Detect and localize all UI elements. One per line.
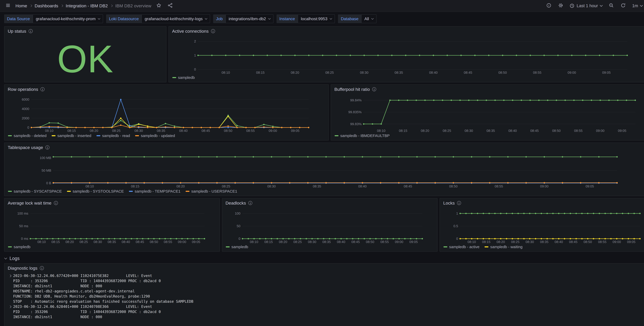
svg-text:08:30: 08:30: [308, 240, 316, 244]
info-icon[interactable]: [28, 29, 33, 33]
log-row[interactable]: FUNCTION: DB2 UDB, Health Monitor, db2Hm…: [7, 294, 644, 299]
filter-value-instance[interactable]: localhost:9953: [298, 14, 335, 23]
insights-button[interactable]: [545, 2, 553, 10]
expand-caret-icon[interactable]: [7, 306, 13, 308]
row-operations-chart[interactable]: 020004000600008:1008:1508:2008:2508:3008…: [4, 94, 328, 134]
legend-item[interactable]: sampledb - USERSPACE1: [186, 189, 237, 193]
chart-area: 0 ms50 ms100 ms08:1008:1508:2008:2508:30…: [4, 208, 220, 245]
zoom-out-time-button[interactable]: [608, 2, 615, 10]
legend-item[interactable]: sampledb: [8, 245, 30, 249]
chevron-down-icon: [330, 17, 332, 20]
legend-label: sampledb - TEMPSPACE1: [134, 189, 180, 193]
log-rows: 2023-06-30-12.24.06.677420+000 I10241075…: [4, 273, 644, 326]
log-row[interactable]: INSTANCE: db2inst1 NODE : 000: [7, 315, 644, 320]
legend-swatch-icon: [8, 135, 12, 136]
time-range-picker[interactable]: Last 1 hour: [569, 2, 603, 10]
panel-title[interactable]: Tablespace usage: [8, 145, 43, 150]
log-row[interactable]: STOP : Automatic reorg evaluation has fi…: [7, 299, 644, 304]
panel-title[interactable]: Bufferpool hit ratio: [334, 87, 370, 92]
chart-area: 020004000600008:1008:1508:2008:2508:3008…: [4, 94, 328, 134]
svg-text:08:55: 08:55: [495, 184, 503, 188]
log-row[interactable]: 2023-06-30-12.24.06.677420+000 I10241075…: [7, 273, 644, 278]
filter-value-job[interactable]: integrations/ibm-db2: [226, 14, 274, 23]
chevron-down-icon: [268, 17, 271, 20]
svg-text:08:20: 08:20: [421, 129, 429, 133]
legend-item[interactable]: sampledb - waiting: [484, 245, 522, 249]
panel-title[interactable]: Diagnostic logs: [8, 266, 38, 271]
svg-text:08:55: 08:55: [598, 240, 606, 244]
panel-title[interactable]: Deadlocks: [226, 200, 246, 206]
legend-item[interactable]: sampledb - IBMDEFAULTBP: [334, 134, 390, 138]
breadcrumb-item[interactable]: Integration - IBM DB2: [66, 3, 108, 8]
legend-item[interactable]: sampledb - inserted: [52, 134, 91, 138]
legend-item[interactable]: sampledb - deleted: [8, 134, 46, 138]
log-row[interactable]: 2023-06-30-12.24.06.628401+000 I10240708…: [7, 304, 644, 309]
legend-item[interactable]: sampledb - SYSTOOLSPACE: [67, 189, 124, 193]
filter-value-data-source[interactable]: grafanacloud-keithschmitty-prom: [33, 14, 103, 23]
breadcrumb-separator-icon: [30, 4, 32, 7]
refresh-interval-picker[interactable]: 1m: [631, 2, 644, 10]
bufferpool-hit-ratio-chart[interactable]: 99.83%99.835%99.84%08:1008:1508:2008:250…: [331, 94, 644, 134]
logs-section-toggle[interactable]: Logs: [5, 256, 644, 261]
legend-item[interactable]: sampledb - read: [96, 134, 130, 138]
filter-value-loki-datasource[interactable]: grafanacloud-keithschmitty-logs: [142, 14, 210, 23]
filter-value-database[interactable]: All: [361, 14, 376, 23]
menu-button[interactable]: [4, 2, 12, 10]
info-icon[interactable]: [457, 201, 461, 205]
active-connections-chart[interactable]: 01208:1008:1508:2008:2508:3008:3508:4008…: [169, 36, 644, 75]
legend-item[interactable]: sampledb: [172, 75, 195, 80]
locks-chart[interactable]: 00.5108:1008:1508:2008:2508:3008:3508:40…: [440, 208, 644, 245]
deadlocks-chart[interactable]: 05010008:1008:1508:2008:2508:3008:3508:4…: [222, 208, 438, 245]
info-icon[interactable]: [40, 87, 44, 91]
share-button[interactable]: [166, 2, 174, 10]
legend-item[interactable]: sampledb - TEMPSPACE1: [129, 189, 180, 193]
panel-title[interactable]: Up status: [8, 29, 26, 34]
info-icon[interactable]: [54, 201, 58, 205]
log-row[interactable]: PID : 353206 TID : 140443936872000 PROC …: [7, 309, 644, 315]
log-row[interactable]: PID : 353206 TID : 140443936872000 PROC …: [7, 278, 644, 284]
svg-text:2: 2: [194, 39, 196, 43]
svg-text:08:50: 08:50: [449, 184, 458, 188]
filter-value-text: grafanacloud-keithschmitty-logs: [145, 16, 202, 21]
legend-item[interactable]: sampledb - updated: [135, 134, 175, 138]
filter-label-data-source[interactable]: Data Source: [4, 14, 33, 23]
filter-loki-datasource: Loki Datasourcegrafanacloud-keithschmitt…: [106, 14, 210, 23]
log-text: 2023-06-30-12.24.06.677420+000 I10241075…: [13, 273, 152, 278]
info-icon[interactable]: [211, 29, 215, 33]
legend-item[interactable]: sampledb - SYSCATSPACE: [8, 189, 62, 193]
chart-area: 01208:1008:1508:2008:2508:3008:3508:4008…: [169, 36, 644, 75]
tablespace-usage-chart[interactable]: 0 B50 MB100 MB08:1008:1508:2008:2508:300…: [4, 152, 644, 189]
filter-label-instance[interactable]: Instance: [276, 14, 298, 23]
info-icon[interactable]: [248, 201, 252, 205]
svg-text:08:50: 08:50: [366, 240, 374, 244]
filter-label-loki-datasource[interactable]: Loki Datasource: [106, 14, 142, 23]
svg-text:09:05: 09:05: [192, 240, 200, 244]
average-lock-wait-chart[interactable]: 0 ms50 ms100 ms08:1008:1508:2008:2508:30…: [4, 208, 220, 245]
legend-swatch-icon: [186, 191, 190, 192]
log-row[interactable]: HOSTNAME: rhel-db2-ageorgiades.c.otel-ag…: [7, 289, 644, 294]
info-icon[interactable]: [372, 87, 376, 91]
breadcrumb-item: IBM DB2 overview: [115, 3, 151, 8]
panel-title[interactable]: Locks: [443, 200, 455, 206]
legend-item[interactable]: sampledb: [226, 245, 248, 249]
info-icon[interactable]: [40, 266, 44, 270]
expand-caret-icon[interactable]: [7, 275, 13, 277]
log-row[interactable]: INSTANCE: db2inst1 NODE : 000: [7, 284, 644, 289]
star-button[interactable]: [155, 2, 163, 10]
panel-title[interactable]: Active connections: [172, 29, 209, 34]
panel-up-status: Up status OK: [4, 26, 166, 82]
dashboard-settings-button[interactable]: [557, 2, 564, 10]
info-icon[interactable]: [45, 145, 50, 150]
panel-title[interactable]: Row operations: [8, 87, 38, 92]
legend-label: sampledb - updated: [141, 134, 175, 138]
refresh-button[interactable]: [619, 2, 627, 10]
breadcrumb-item[interactable]: Home: [16, 3, 27, 8]
panel-title[interactable]: Average lock wait time: [8, 200, 52, 206]
filter-label-job[interactable]: Job: [213, 14, 226, 23]
breadcrumb-item[interactable]: Dashboards: [35, 3, 58, 8]
legend-item[interactable]: sampledb - active: [444, 245, 480, 249]
chevron-down-icon: [4, 257, 7, 260]
legend-swatch-icon: [8, 191, 12, 192]
filter-label-database[interactable]: Database: [338, 14, 361, 23]
svg-text:1: 1: [456, 212, 458, 215]
